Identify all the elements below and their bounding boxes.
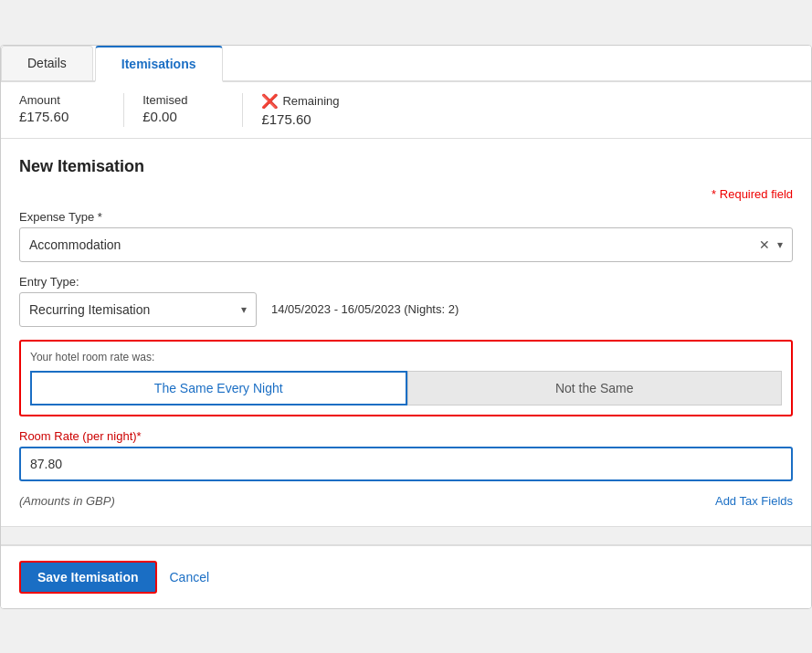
summary-amount: Amount £175.60 [19,93,105,127]
hotel-rate-section: Your hotel room rate was: The Same Every… [19,340,793,416]
amounts-text: (Amounts in GBP) [19,494,115,508]
divider-section [1,526,811,544]
remaining-label-row: ❌ Remaining [261,93,339,110]
entry-type-select[interactable]: Recurring Itemisation ▾ [19,292,257,327]
room-rate-label: Room Rate (per night)* [19,429,793,443]
amount-label: Amount [19,93,69,107]
chevron-down-icon[interactable]: ▾ [777,238,783,251]
entry-type-row: Recurring Itemisation ▾ 14/05/2023 - 16/… [19,292,793,327]
save-itemisation-button[interactable]: Save Itemisation [19,561,157,594]
same-every-night-button[interactable]: The Same Every Night [30,371,407,405]
itemised-label: Itemised [142,93,187,107]
expense-type-group: Expense Type * Accommodation ✕ ▾ [19,210,793,262]
date-range: 14/05/2023 - 16/05/2023 (Nights: 2) [271,302,459,316]
summary-row: Amount £175.60 Itemised £0.00 ❌ Remainin… [1,82,811,139]
tab-bar: Details Itemisations [1,46,811,82]
itemised-value: £0.00 [142,109,187,124]
amounts-row: (Amounts in GBP) Add Tax Fields [19,494,793,508]
remaining-label-text: Remaining [282,94,339,108]
expense-type-select[interactable]: Accommodation ✕ ▾ [19,227,793,262]
error-icon: ❌ [261,93,279,110]
hotel-rate-prompt: Your hotel room rate was: [30,351,782,363]
add-tax-fields-link[interactable]: Add Tax Fields [715,494,793,508]
section-title: New Itemisation [19,157,144,176]
tab-itemisations[interactable]: Itemisations [95,46,223,82]
summary-itemised: Itemised £0.00 [123,93,224,127]
expense-type-value: Accommodation [29,237,759,252]
room-rate-input[interactable] [19,447,793,481]
entry-type-value: Recurring Itemisation [29,302,241,317]
entry-type-label: Entry Type: [19,275,793,289]
remaining-value: £175.60 [261,111,339,127]
hotel-rate-buttons: The Same Every Night Not the Same [30,371,782,405]
clear-icon[interactable]: ✕ [759,237,770,252]
footer: Save Itemisation Cancel [1,544,811,608]
entry-type-chevron-icon: ▾ [241,303,247,316]
entry-type-group: Entry Type: Recurring Itemisation ▾ 14/0… [19,275,793,327]
form-content: New Itemisation * Required field Expense… [1,139,811,526]
required-note: * Required field [19,187,793,201]
main-window: Details Itemisations Amount £175.60 Item… [0,45,812,609]
amount-value: £175.60 [19,109,69,124]
tab-details[interactable]: Details [1,46,93,80]
expense-type-label: Expense Type * [19,210,793,224]
not-the-same-button[interactable]: Not the Same [407,371,783,405]
cancel-button[interactable]: Cancel [170,570,210,585]
room-rate-group: Room Rate (per night)* [19,429,793,481]
summary-remaining: ❌ Remaining £175.60 [242,93,375,127]
